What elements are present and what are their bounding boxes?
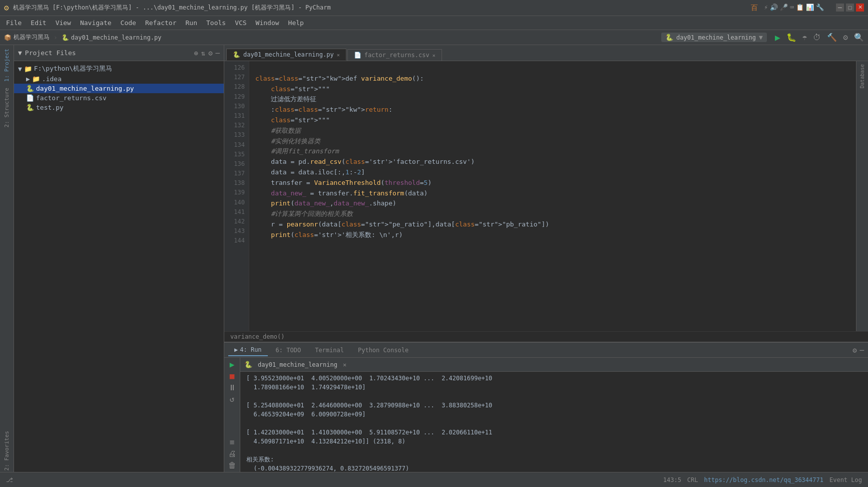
tree-item-idea[interactable]: ▶ 📁 .idea	[14, 74, 224, 84]
tab-icon-py: 🐍	[233, 51, 240, 58]
menu-tools[interactable]: Tools	[202, 18, 230, 28]
bottom-minimize-icon[interactable]: ─	[860, 346, 864, 354]
structure-sidebar-tab[interactable]: 2: Structure	[2, 86, 12, 129]
bottom-settings-icon[interactable]: ⚙	[852, 346, 856, 354]
folder-collapse-icon: ▶	[26, 75, 30, 83]
tree-item-day01[interactable]: 🐍 day01_mechine_learning.py	[14, 84, 224, 93]
run-header: 🐍 day01_mechine_learning ✕	[240, 358, 868, 372]
git-icon: ⎇	[6, 476, 13, 483]
file-test-icon: 🐍	[26, 104, 34, 111]
tree-root-folder[interactable]: ▼ 📁 F:\python\机器学习黑马	[14, 63, 224, 74]
status-position: 143:5	[663, 476, 681, 483]
run-stop-button[interactable]: ■	[228, 371, 236, 381]
folder-icon: 📁	[24, 65, 32, 73]
run-rerun-button[interactable]: ↺	[228, 394, 236, 404]
menu-vcs[interactable]: VCS	[231, 18, 250, 28]
line-numbers: 126 127 128 129 130 131 132 133 134 135 …	[224, 61, 249, 331]
run-config-selector[interactable]: 🐍 day01_mechine_learning ▼	[661, 33, 767, 42]
bottom-tab-controls: ⚙ ─	[852, 346, 864, 354]
search-button[interactable]: 🔍	[854, 33, 864, 42]
run-print-button[interactable]: 🖨	[227, 449, 238, 458]
database-panel-tab[interactable]: Database	[858, 63, 866, 89]
minimize-button[interactable]: ─	[836, 4, 844, 12]
menu-navigate[interactable]: Navigate	[76, 18, 116, 28]
project-tree: ▼ 📁 F:\python\机器学习黑马 ▶ 📁 .idea 🐍 day01_m…	[14, 61, 224, 472]
editor-area: 126 127 128 129 130 131 132 133 134 135 …	[224, 61, 868, 331]
menu-bar: File Edit View Navigate Code Refactor Ru…	[0, 16, 868, 30]
bottom-main: ▶ ■ ⏸ ↺ ≡ 🖨 🗑 🐍 day01_mechine_learning ✕	[224, 358, 868, 472]
build-button[interactable]: 🔨	[827, 33, 837, 42]
tab-terminal[interactable]: Terminal	[309, 345, 350, 356]
app-icon: 📦	[4, 34, 12, 41]
run-trash-button[interactable]: 🗑	[227, 460, 238, 470]
bottom-panel: ▶ 4: Run 6: TODO Terminal Python Console…	[224, 342, 868, 472]
code-editor[interactable]: class=class="str">"kw">def variance_demo…	[249, 61, 856, 331]
close-button[interactable]: ✕	[856, 4, 864, 12]
menu-window[interactable]: Window	[252, 18, 283, 28]
menu-run[interactable]: Run	[182, 18, 201, 28]
file-py-icon: 🐍	[26, 85, 34, 92]
status-url: https://blog.csdn.net/qq_36344771	[704, 476, 823, 483]
coverage-button[interactable]: ☂	[802, 33, 807, 42]
menu-refactor[interactable]: Refactor	[141, 18, 181, 28]
run-config-dropdown-icon: ▼	[759, 34, 763, 41]
toolbar-icon-4[interactable]: ⌨	[790, 4, 794, 13]
maximize-button[interactable]: □	[846, 4, 854, 12]
tab-close-day01[interactable]: ✕	[337, 52, 340, 58]
folder-idea-icon: 📁	[32, 75, 40, 83]
tab-icon-csv: 📄	[354, 52, 361, 59]
toolbar-icon-2[interactable]: 🔊	[770, 4, 778, 13]
favorites-sidebar-tab[interactable]: 2: Favorites	[2, 429, 12, 472]
settings-button[interactable]: ⚙	[843, 33, 848, 42]
debug-button[interactable]: 🐛	[786, 33, 796, 42]
run-header-icon: 🐍	[244, 361, 252, 368]
menu-code[interactable]: Code	[117, 18, 140, 28]
project-collapse-icon[interactable]: ⇅	[201, 49, 205, 57]
baidu-icon[interactable]: 百	[751, 4, 758, 13]
right-side-panel: Database	[856, 61, 868, 331]
editor-tab-bar: 🐍 day01_mechine_learning.py ✕ 📄 factor_r…	[224, 45, 868, 61]
nav-filename: 🐍 day01_mechine_learning.py	[62, 34, 162, 41]
title-bar-left: ⚙ 机器学习黑马 [F:\python\机器学习黑马] - ...\day01_…	[4, 3, 331, 13]
tree-item-test[interactable]: 🐍 test.py	[14, 103, 224, 112]
run-close-tab-icon[interactable]: ✕	[343, 361, 346, 368]
tab-close-factor[interactable]: ✕	[432, 53, 436, 58]
menu-edit[interactable]: Edit	[27, 18, 50, 28]
run-scroll-button[interactable]: ≡	[228, 437, 236, 447]
editor-breadcrumb: variance_demo()	[224, 331, 868, 342]
tree-item-factor[interactable]: 📄 factor_returns.csv	[14, 93, 224, 103]
run-pause-button[interactable]: ⏸	[227, 383, 238, 392]
menu-file[interactable]: File	[2, 18, 26, 28]
app-logo-icon: ⚙	[4, 3, 9, 13]
menu-help[interactable]: Help	[284, 18, 308, 28]
event-log-link[interactable]: Event Log	[829, 476, 862, 483]
project-dropdown-icon: ▼	[18, 49, 22, 57]
toolbar-icon-7[interactable]: 🔧	[816, 4, 824, 13]
project-settings-icon[interactable]: ⚙	[208, 49, 212, 57]
folder-expand-icon: ▼	[18, 65, 22, 73]
project-add-icon[interactable]: ⊕	[194, 49, 198, 57]
bottom-tabs-left: ▶ 4: Run 6: TODO Terminal Python Console	[228, 344, 414, 356]
menu-view[interactable]: View	[52, 18, 75, 28]
tab-todo[interactable]: 6: TODO	[270, 345, 307, 356]
project-sidebar-tab[interactable]: 1: Project	[2, 47, 12, 83]
run-config-icon: 🐍	[665, 34, 673, 41]
file-csv-icon: 📄	[26, 94, 34, 102]
nav-app-name: 📦 机器学习黑马	[4, 33, 50, 42]
title-bar: ⚙ 机器学习黑马 [F:\python\机器学习黑马] - ...\day01_…	[0, 0, 868, 16]
tab-day01[interactable]: 🐍 day01_mechine_learning.py ✕	[226, 49, 346, 61]
file-icon: 🐍	[62, 34, 69, 41]
toolbar-icon-1[interactable]: ⚡	[764, 4, 768, 13]
toolbar-icon-5[interactable]: 📋	[796, 4, 804, 13]
title-bar-controls: 百 ⚡ 🔊 🎤 ⌨ 📋 📊 🔧 ─ □ ✕	[751, 4, 864, 13]
project-title: ▼ Project Files	[18, 49, 76, 57]
tab-factor[interactable]: 📄 factor_returns.csv ✕	[347, 49, 442, 61]
tab-python-console[interactable]: Python Console	[352, 345, 414, 356]
tab-run[interactable]: ▶ 4: Run	[228, 344, 268, 356]
toolbar-icon-6[interactable]: 📊	[806, 4, 814, 13]
run-play-button[interactable]: ▶	[228, 360, 236, 369]
toolbar-icon-3[interactable]: 🎤	[780, 4, 788, 13]
profile-button[interactable]: ⏱	[813, 33, 821, 42]
project-minimize-icon[interactable]: ─	[216, 49, 220, 57]
run-button[interactable]: ▶	[775, 32, 780, 43]
